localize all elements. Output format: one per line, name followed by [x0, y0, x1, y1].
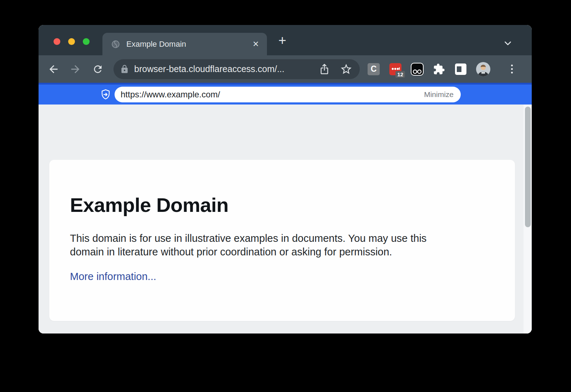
- tab-favicon-globe-icon: [111, 40, 120, 49]
- extensions-row: C 12: [367, 62, 515, 76]
- extension-badge-count: 12: [395, 71, 405, 78]
- puzzle-piece-icon: [433, 63, 445, 75]
- goggles-icon: [411, 63, 424, 76]
- minimize-window-button[interactable]: [68, 38, 75, 45]
- content-card: Example Domain This domain is for use in…: [49, 160, 515, 321]
- window-controls: [54, 38, 90, 45]
- isolated-url-field[interactable]: https://www.example.com/ Minimize: [115, 87, 461, 102]
- shield-arrow-icon: [100, 89, 111, 100]
- more-information-link[interactable]: More information...: [70, 271, 156, 282]
- tab-close-icon[interactable]: ✕: [253, 40, 259, 48]
- browser-toolbar: browser-beta.cloudflareaccess.com/... C: [39, 55, 532, 83]
- reload-button[interactable]: [90, 61, 106, 77]
- extension-goggles-button[interactable]: [411, 63, 424, 76]
- page-title: Example Domain: [70, 195, 494, 216]
- address-bar[interactable]: browser-beta.cloudflareaccess.com/...: [113, 59, 360, 79]
- isolation-url-bar: https://www.example.com/ Minimize: [39, 83, 532, 105]
- side-panel-button[interactable]: [454, 63, 467, 76]
- extension-c-button[interactable]: C: [367, 63, 380, 76]
- profile-avatar[interactable]: [476, 62, 490, 76]
- page-paragraph: This domain is for use in illustrative e…: [70, 231, 443, 259]
- forward-button[interactable]: [67, 61, 83, 77]
- page-viewport: Example Domain This domain is for use in…: [39, 105, 532, 334]
- bookmark-star-icon[interactable]: [340, 63, 353, 76]
- address-bar-url: browser-beta.cloudflareaccess.com/...: [134, 64, 318, 74]
- scrollbar-thumb[interactable]: [525, 107, 531, 227]
- fullscreen-window-button[interactable]: [83, 38, 90, 45]
- back-button[interactable]: [46, 61, 61, 77]
- extension-c-icon: C: [368, 63, 380, 75]
- new-tab-button[interactable]: +: [274, 32, 290, 49]
- extension-password-manager-button[interactable]: 12: [389, 63, 402, 76]
- browser-window: Example Domain ✕ + browser-beta.cloudfla…: [39, 25, 532, 334]
- extensions-menu-button[interactable]: [433, 63, 445, 76]
- close-window-button[interactable]: [54, 38, 60, 45]
- tab-title: Example Domain: [126, 40, 186, 49]
- tab-search-chevron-down-icon[interactable]: [502, 38, 513, 50]
- side-panel-icon: [455, 63, 466, 75]
- browser-menu-button[interactable]: [509, 62, 515, 76]
- isolated-url-text: https://www.example.com/: [121, 90, 424, 100]
- lock-icon[interactable]: [120, 65, 129, 74]
- tab-example-domain[interactable]: Example Domain ✕: [102, 33, 267, 55]
- plus-icon: +: [278, 34, 286, 47]
- tab-strip: Example Domain ✕ +: [39, 25, 532, 55]
- share-icon[interactable]: [318, 63, 330, 75]
- minimize-button[interactable]: Minimize: [424, 90, 454, 99]
